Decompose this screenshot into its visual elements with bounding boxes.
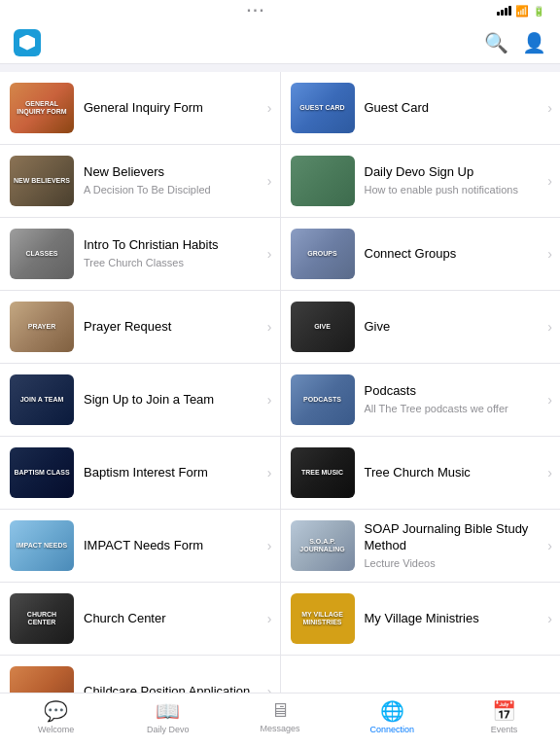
tab-connection[interactable]: 🌐Connection [336, 699, 448, 734]
chevron-icon-church-center: › [267, 611, 272, 626]
thumb-overlay-childcare [10, 666, 74, 693]
thumb-overlay-connect-groups: GROUPS [291, 229, 355, 279]
card-new-believers[interactable]: NEW BELIEVERSNew BelieversA Decision To … [0, 145, 280, 217]
card-podcasts[interactable]: PODCASTSPodcastsAll The Tree podcasts we… [281, 364, 561, 436]
card-text-give: Give [365, 319, 539, 336]
thumb-overlay-give: GIVE [291, 302, 355, 352]
thumb-connect-groups: GROUPS [291, 229, 355, 279]
search-icon[interactable]: 🔍 [484, 31, 508, 54]
tab-messages[interactable]: 🖥Messages [224, 699, 335, 733]
wifi-icon: 📶 [515, 5, 529, 18]
thumb-label-soap: S.O.A.P. JOURNALING [294, 538, 352, 552]
thumb-impact: IMPACT NEEDS [10, 520, 74, 571]
thumb-overlay-tree-music: TREE MUSIC [291, 447, 355, 498]
thumb-overlay-impact: IMPACT NEEDS [10, 520, 74, 571]
card-text-new-believers: New BelieversA Decision To Be Discipled [84, 164, 258, 196]
chevron-icon-tree-music: › [547, 465, 552, 480]
tab-label-connection: Connection [369, 725, 414, 734]
card-sign-up-team[interactable]: JOIN A TEAMSign Up to Join a Team› [0, 364, 280, 436]
thumb-prayer-request: PRAYER [10, 302, 74, 352]
card-tree-music[interactable]: TREE MUSICTree Church Music› [281, 437, 561, 509]
card-connect-groups[interactable]: GROUPSConnect Groups› [281, 218, 561, 290]
thumb-label-general-inquiry: GENERAL INQUIRY FORM [13, 100, 71, 115]
chevron-icon-podcasts: › [547, 392, 552, 408]
thumb-village: MY VILLAGE MINISTRIES [291, 593, 355, 644]
card-text-prayer-request: Prayer Request [84, 319, 258, 336]
status-dots: ··· [247, 2, 265, 19]
card-baptism[interactable]: BAPTISM CLASSBaptism Interest Form› [0, 437, 280, 509]
thumb-label-baptism: BAPTISM CLASS [14, 469, 69, 477]
tab-daily-devo[interactable]: 📖Daily Devo [112, 699, 224, 734]
card-title-give: Give [365, 319, 539, 336]
thumb-label-podcasts: PODCASTS [303, 396, 341, 404]
thumb-sign-up-team: JOIN A TEAM [10, 374, 74, 425]
thumb-label-tree-music: TREE MUSIC [301, 469, 343, 477]
card-title-connect-groups: Connect Groups [365, 246, 539, 263]
card-title-impact: IMPACT Needs Form [84, 538, 258, 554]
thumb-childcare [10, 666, 74, 693]
card-text-daily-devo: Daily Devo Sign UpHow to enable push not… [365, 164, 539, 196]
tab-icon-messages: 🖥 [270, 699, 290, 722]
tab-label-messages: Messages [260, 724, 299, 733]
chevron-icon-soap: › [547, 538, 552, 553]
thumb-baptism: BAPTISM CLASS [10, 447, 74, 498]
tab-icon-daily-devo: 📖 [156, 699, 180, 723]
card-text-village: My Village Ministries [365, 611, 539, 627]
profile-icon[interactable]: 👤 [522, 31, 546, 54]
card-title-new-believers: New Believers [84, 164, 258, 181]
chevron-icon-prayer-request: › [267, 319, 272, 335]
card-general-inquiry[interactable]: GENERAL INQUIRY FORMGeneral Inquiry Form… [0, 72, 280, 144]
thumb-podcasts: PODCASTS [291, 374, 355, 425]
thumb-overlay-podcasts: PODCASTS [291, 374, 355, 425]
card-text-guest-card: Guest Card [365, 100, 539, 117]
signal-icon [497, 6, 511, 16]
tab-bar: 💬Welcome📖Daily Devo🖥Messages🌐Connection📅… [0, 693, 560, 747]
thumb-label-connect-groups: GROUPS [307, 250, 336, 258]
chevron-icon-intro-christian: › [267, 246, 272, 262]
app-logo-shape [19, 35, 35, 51]
chevron-icon-connect-groups: › [547, 246, 552, 262]
card-title-intro-christian: Intro To Christian Habits [84, 237, 258, 254]
thumb-label-give: GIVE [314, 323, 331, 331]
thumb-overlay-church-center: CHURCH CENTER [10, 593, 74, 644]
card-guest-card[interactable]: GUEST CARDGuest Card› [281, 72, 561, 144]
chevron-icon-new-believers: › [267, 173, 272, 189]
card-title-podcasts: Podcasts [365, 383, 539, 400]
thumb-label-prayer-request: PRAYER [28, 323, 56, 331]
thumb-label-intro-christian: CLASSES [25, 250, 57, 258]
thumb-give: GIVE [291, 302, 355, 352]
card-daily-devo[interactable]: Daily Devo Sign UpHow to enable push not… [281, 145, 561, 217]
tab-welcome[interactable]: 💬Welcome [0, 699, 112, 734]
thumb-label-church-center: CHURCH CENTER [13, 611, 71, 625]
card-give[interactable]: GIVEGive› [281, 291, 561, 363]
app-header: 🔍 👤 [0, 21, 560, 64]
chevron-icon-baptism: › [267, 465, 272, 480]
card-impact[interactable]: IMPACT NEEDSIMPACT Needs Form› [0, 510, 280, 582]
card-childcare[interactable]: Childcare Position Application› [0, 656, 280, 693]
card-text-impact: IMPACT Needs Form [84, 538, 258, 554]
tab-icon-events: 📅 [492, 699, 516, 723]
card-prayer-request[interactable]: PRAYERPrayer Request› [0, 291, 280, 363]
thumb-tree-music: TREE MUSIC [291, 447, 355, 498]
card-church-center[interactable]: CHURCH CENTERChurch Center› [0, 583, 280, 655]
card-title-baptism: Baptism Interest Form [84, 465, 258, 481]
thumb-overlay-village: MY VILLAGE MINISTRIES [291, 593, 355, 644]
thumb-label-sign-up-team: JOIN A TEAM [20, 396, 64, 404]
card-subtitle-soap: Lecture Videos [365, 556, 539, 570]
card-text-connect-groups: Connect Groups [365, 246, 539, 263]
thumb-general-inquiry: GENERAL INQUIRY FORM [10, 83, 74, 133]
card-text-childcare: Childcare Position Application [84, 684, 258, 693]
tab-label-daily-devo: Daily Devo [147, 725, 190, 734]
tab-label-events: Events [491, 725, 518, 734]
card-village[interactable]: MY VILLAGE MINISTRIESMy Village Ministri… [281, 583, 561, 655]
tab-events[interactable]: 📅Events [448, 699, 560, 734]
card-title-childcare: Childcare Position Application [84, 684, 258, 693]
thumb-new-believers: NEW BELIEVERS [10, 156, 74, 206]
thumb-overlay-sign-up-team: JOIN A TEAM [10, 374, 74, 425]
card-soap[interactable]: S.O.A.P. JOURNALINGSOAP Journaling Bible… [281, 510, 561, 582]
card-text-intro-christian: Intro To Christian HabitsTree Church Cla… [84, 237, 258, 269]
card-intro-christian[interactable]: CLASSESIntro To Christian HabitsTree Chu… [0, 218, 280, 290]
card-title-guest-card: Guest Card [365, 100, 539, 117]
chevron-icon-impact: › [267, 538, 272, 553]
empty-cell [281, 656, 561, 693]
